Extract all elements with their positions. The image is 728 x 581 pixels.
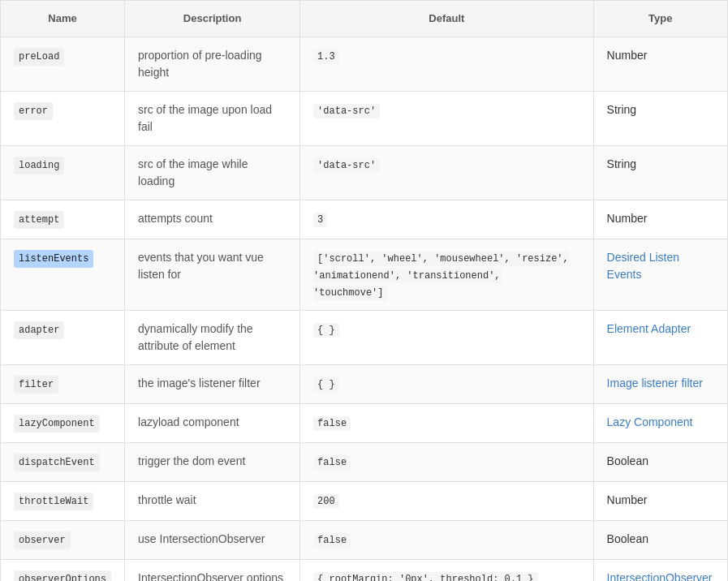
prop-default-cell: ['scroll', 'wheel', 'mousewheel', 'resiz…: [300, 239, 593, 310]
prop-type-cell: String: [593, 145, 727, 200]
table-row: filterthe image's listener filter{ }Imag…: [1, 364, 728, 403]
prop-name-badge: adapter: [14, 321, 64, 339]
prop-name-cell: lazyComponent: [1, 403, 125, 442]
table-row: lazyComponentlazyload componentfalseLazy…: [1, 403, 728, 442]
prop-default-cell: 1.3: [300, 37, 593, 91]
prop-type-link[interactable]: Desired Listen Events: [607, 251, 680, 281]
col-header-description: Description: [125, 1, 300, 37]
prop-default-value: false: [313, 533, 351, 548]
prop-name-badge: filter: [14, 376, 58, 394]
col-header-default: Default: [300, 1, 593, 37]
prop-name-cell: attempt: [1, 200, 125, 239]
prop-type-cell: String: [593, 91, 727, 145]
prop-name-cell: preLoad: [1, 37, 125, 91]
prop-name-badge: throttleWait: [14, 493, 93, 510]
prop-default-value: 'data-src': [313, 104, 380, 118]
prop-default-value: 'data-src': [313, 158, 380, 173]
prop-name-cell: adapter: [1, 310, 125, 364]
prop-default-value: { }: [313, 377, 339, 392]
prop-name-cell: dispatchEvent: [1, 442, 125, 481]
prop-default-cell: 3: [300, 200, 593, 239]
prop-name-cell: loading: [1, 145, 125, 200]
table-row: listenEventsevents that you want vue lis…: [1, 239, 728, 310]
table-row: throttleWaitthrottle wait200Number: [1, 481, 728, 520]
prop-default-value: { }: [313, 323, 339, 338]
prop-type-link[interactable]: Lazy Component: [607, 415, 693, 428]
prop-type-cell[interactable]: Desired Listen Events: [593, 239, 727, 310]
table-row: errorsrc of the image upon load fail'dat…: [1, 91, 728, 145]
prop-type-link[interactable]: Element Adapter: [607, 322, 691, 335]
prop-name-badge: observerOptions: [14, 570, 111, 582]
prop-default-value: { rootMargin: '0px', threshold: 0.1 }: [313, 572, 537, 582]
prop-description-cell: src of the image upon load fail: [125, 91, 300, 145]
prop-description-cell: lazyload component: [125, 403, 300, 442]
prop-name-badge: observer: [14, 532, 71, 549]
table-row: loadingsrc of the image while loading'da…: [1, 145, 728, 200]
prop-description-cell: the image's listener filter: [125, 364, 300, 403]
prop-description-cell: dynamically modify the attribute of elem…: [125, 310, 300, 364]
prop-name-badge: lazyComponent: [14, 415, 100, 433]
prop-default-cell: 'data-src': [300, 145, 593, 200]
prop-name-badge: error: [14, 102, 53, 120]
prop-default-cell: false: [300, 520, 593, 559]
prop-default-cell: 200: [300, 481, 593, 520]
prop-type-link[interactable]: Image listener filter: [607, 377, 703, 389]
prop-type-cell[interactable]: Element Adapter: [593, 310, 727, 364]
prop-name-cell: listenEvents: [1, 239, 125, 310]
prop-description-cell: proportion of pre-loading height: [125, 37, 300, 91]
prop-default-value: 1.3: [313, 49, 339, 64]
prop-default-cell: false: [300, 403, 593, 442]
prop-description-cell: src of the image while loading: [125, 145, 300, 200]
prop-type-link[interactable]: IntersectionObserver: [607, 571, 713, 582]
prop-type-cell: Number: [593, 200, 727, 239]
prop-name-cell: observer: [1, 520, 125, 559]
table-row: attemptattempts count3Number: [1, 200, 728, 239]
prop-default-value: false: [313, 455, 351, 470]
prop-name-badge: loading: [14, 157, 64, 174]
prop-name-badge: dispatchEvent: [14, 454, 100, 471]
prop-description-cell: trigger the dom event: [125, 442, 300, 481]
table-row: preLoadproportion of pre-loading height1…: [1, 37, 728, 91]
prop-name-cell: throttleWait: [1, 481, 125, 520]
col-header-type: Type: [593, 1, 727, 37]
prop-type-cell[interactable]: IntersectionObserver: [593, 559, 727, 581]
prop-name-badge: listenEvents: [14, 250, 93, 268]
prop-default-value: 200: [313, 494, 339, 509]
prop-name-cell: filter: [1, 364, 125, 403]
prop-default-value: ['scroll', 'wheel', 'mousewheel', 'resiz…: [313, 252, 569, 300]
prop-default-cell: { }: [300, 364, 593, 403]
prop-description-cell: events that you want vue listen for: [125, 239, 300, 310]
prop-default-value: false: [313, 416, 351, 431]
prop-description-cell: IntersectionObserver options: [125, 559, 300, 581]
col-header-name: Name: [1, 1, 125, 37]
prop-description-cell: throttle wait: [125, 481, 300, 520]
prop-name-cell: error: [1, 91, 125, 145]
prop-type-cell[interactable]: Image listener filter: [593, 364, 727, 403]
prop-name-badge: attempt: [14, 211, 64, 229]
table-row: observerOptionsIntersectionObserver opti…: [1, 559, 728, 581]
props-table: Name Description Default Type preLoadpro…: [0, 0, 728, 581]
prop-description-cell: use IntersectionObserver: [125, 520, 300, 559]
prop-type-cell[interactable]: Lazy Component: [593, 403, 727, 442]
table-row: dispatchEventtrigger the dom eventfalseB…: [1, 442, 728, 481]
prop-default-cell: { }: [300, 310, 593, 364]
prop-name-badge: preLoad: [14, 48, 64, 66]
prop-description-cell: attempts count: [125, 200, 300, 239]
table-row: adapterdynamically modify the attribute …: [1, 310, 728, 364]
prop-type-cell: Number: [593, 481, 727, 520]
prop-name-cell: observerOptions: [1, 559, 125, 581]
prop-type-cell: Number: [593, 37, 727, 91]
prop-default-value: 3: [313, 213, 327, 227]
prop-type-cell: Boolean: [593, 520, 727, 559]
table-header-row: Name Description Default Type: [1, 1, 728, 37]
table-row: observeruse IntersectionObserverfalseBoo…: [1, 520, 728, 559]
prop-default-cell: false: [300, 442, 593, 481]
prop-type-cell: Boolean: [593, 442, 727, 481]
prop-default-cell: { rootMargin: '0px', threshold: 0.1 }: [300, 559, 593, 581]
prop-default-cell: 'data-src': [300, 91, 593, 145]
